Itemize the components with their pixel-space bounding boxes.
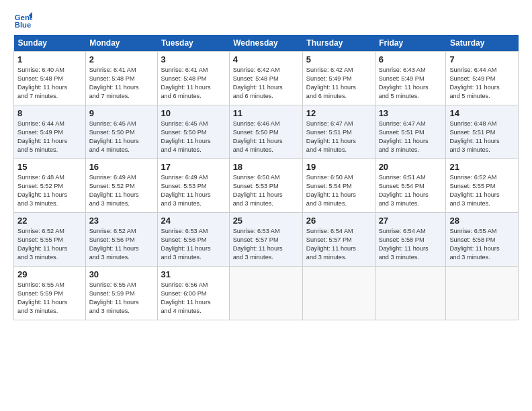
day-info: Sunrise: 6:53 AMSunset: 5:57 PMDaylight:… [233, 228, 283, 261]
day-info: Sunrise: 6:46 AMSunset: 5:50 PMDaylight:… [233, 120, 283, 153]
day-info: Sunrise: 6:43 AMSunset: 5:49 PMDaylight:… [379, 66, 429, 99]
day-number: 29 [17, 269, 82, 279]
day-number: 2 [89, 54, 154, 64]
calendar-cell [446, 267, 519, 320]
calendar-cell: 17Sunrise: 6:49 AMSunset: 5:53 PMDayligh… [157, 159, 229, 213]
day-number: 11 [233, 108, 299, 118]
day-number: 14 [449, 108, 515, 118]
calendar-table: SundayMondayTuesdayWednesdayThursdayFrid… [13, 35, 519, 320]
calendar-cell: 28Sunrise: 6:55 AMSunset: 5:58 PMDayligh… [446, 213, 519, 267]
day-number: 6 [379, 54, 443, 64]
calendar-cell [229, 267, 302, 320]
calendar-cell: 9Sunrise: 6:45 AMSunset: 5:50 PMDaylight… [85, 105, 157, 159]
calendar-cell: 12Sunrise: 6:47 AMSunset: 5:51 PMDayligh… [302, 105, 375, 159]
day-number: 30 [89, 269, 154, 279]
calendar-cell: 2Sunrise: 6:41 AMSunset: 5:48 PMDaylight… [85, 52, 157, 105]
day-info: Sunrise: 6:45 AMSunset: 5:50 PMDaylight:… [161, 120, 211, 153]
day-number: 17 [161, 162, 226, 172]
day-number: 23 [89, 216, 154, 226]
day-info: Sunrise: 6:55 AMSunset: 5:59 PMDaylight:… [17, 281, 67, 314]
calendar-cell: 31Sunrise: 6:56 AMSunset: 6:00 PMDayligh… [157, 267, 229, 320]
calendar-cell: 18Sunrise: 6:50 AMSunset: 5:53 PMDayligh… [229, 159, 302, 213]
day-number: 20 [379, 162, 443, 172]
day-number: 19 [306, 162, 371, 172]
calendar-cell: 25Sunrise: 6:53 AMSunset: 5:57 PMDayligh… [229, 213, 302, 267]
day-number: 24 [161, 216, 226, 226]
day-number: 5 [306, 54, 371, 64]
day-number: 16 [89, 162, 154, 172]
calendar-cell: 22Sunrise: 6:52 AMSunset: 5:55 PMDayligh… [14, 213, 86, 267]
calendar-row-1: 1Sunrise: 6:40 AMSunset: 5:48 PMDaylight… [14, 52, 519, 105]
day-number: 18 [233, 162, 299, 172]
column-header-thursday: Thursday [302, 35, 375, 52]
calendar-cell: 8Sunrise: 6:44 AMSunset: 5:49 PMDaylight… [14, 105, 86, 159]
day-info: Sunrise: 6:53 AMSunset: 5:56 PMDaylight:… [161, 228, 211, 261]
day-info: Sunrise: 6:47 AMSunset: 5:51 PMDaylight:… [379, 120, 429, 153]
day-info: Sunrise: 6:44 AMSunset: 5:49 PMDaylight:… [17, 120, 67, 153]
day-info: Sunrise: 6:42 AMSunset: 5:49 PMDaylight:… [306, 66, 356, 99]
calendar-cell: 13Sunrise: 6:47 AMSunset: 5:51 PMDayligh… [375, 105, 446, 159]
logo: General Blue [13, 11, 35, 30]
day-info: Sunrise: 6:55 AMSunset: 5:58 PMDaylight:… [449, 228, 499, 261]
day-number: 8 [17, 108, 82, 118]
day-number: 31 [161, 269, 226, 279]
calendar-row-5: 29Sunrise: 6:55 AMSunset: 5:59 PMDayligh… [14, 267, 519, 320]
day-number: 12 [306, 108, 371, 118]
calendar-cell: 4Sunrise: 6:42 AMSunset: 5:48 PMDaylight… [229, 52, 302, 105]
calendar-cell: 19Sunrise: 6:50 AMSunset: 5:54 PMDayligh… [302, 159, 375, 213]
day-info: Sunrise: 6:41 AMSunset: 5:48 PMDaylight:… [89, 66, 139, 99]
calendar-cell: 11Sunrise: 6:46 AMSunset: 5:50 PMDayligh… [229, 105, 302, 159]
day-number: 4 [233, 54, 299, 64]
day-info: Sunrise: 6:44 AMSunset: 5:49 PMDaylight:… [449, 66, 499, 99]
day-number: 21 [449, 162, 515, 172]
column-header-tuesday: Tuesday [157, 35, 229, 52]
day-info: Sunrise: 6:52 AMSunset: 5:56 PMDaylight:… [89, 228, 139, 261]
calendar-cell: 6Sunrise: 6:43 AMSunset: 5:49 PMDaylight… [375, 52, 446, 105]
calendar-cell: 24Sunrise: 6:53 AMSunset: 5:56 PMDayligh… [157, 213, 229, 267]
calendar-row-3: 15Sunrise: 6:48 AMSunset: 5:52 PMDayligh… [14, 159, 519, 213]
logo-icon: General Blue [13, 11, 32, 30]
day-info: Sunrise: 6:51 AMSunset: 5:54 PMDaylight:… [379, 174, 429, 207]
day-number: 25 [233, 216, 299, 226]
calendar-cell: 3Sunrise: 6:41 AMSunset: 5:48 PMDaylight… [157, 52, 229, 105]
day-info: Sunrise: 6:52 AMSunset: 5:55 PMDaylight:… [449, 174, 499, 207]
day-number: 7 [449, 54, 515, 64]
calendar-cell: 14Sunrise: 6:48 AMSunset: 5:51 PMDayligh… [446, 105, 519, 159]
calendar-row-2: 8Sunrise: 6:44 AMSunset: 5:49 PMDaylight… [14, 105, 519, 159]
day-info: Sunrise: 6:45 AMSunset: 5:50 PMDaylight:… [89, 120, 139, 153]
calendar-cell: 23Sunrise: 6:52 AMSunset: 5:56 PMDayligh… [85, 213, 157, 267]
column-header-monday: Monday [85, 35, 157, 52]
calendar-cell: 15Sunrise: 6:48 AMSunset: 5:52 PMDayligh… [14, 159, 86, 213]
column-header-saturday: Saturday [446, 35, 519, 52]
day-number: 27 [379, 216, 443, 226]
day-info: Sunrise: 6:55 AMSunset: 5:59 PMDaylight:… [89, 281, 139, 314]
calendar-cell: 16Sunrise: 6:49 AMSunset: 5:52 PMDayligh… [85, 159, 157, 213]
calendar-header-row: SundayMondayTuesdayWednesdayThursdayFrid… [14, 35, 519, 52]
day-number: 3 [161, 54, 226, 64]
day-number: 15 [17, 162, 82, 172]
day-number: 1 [17, 54, 82, 64]
calendar-row-4: 22Sunrise: 6:52 AMSunset: 5:55 PMDayligh… [14, 213, 519, 267]
day-info: Sunrise: 6:54 AMSunset: 5:57 PMDaylight:… [306, 228, 356, 261]
day-number: 28 [449, 216, 515, 226]
column-header-friday: Friday [375, 35, 446, 52]
day-info: Sunrise: 6:50 AMSunset: 5:53 PMDaylight:… [233, 174, 283, 207]
day-info: Sunrise: 6:42 AMSunset: 5:48 PMDaylight:… [233, 66, 283, 99]
calendar-cell [302, 267, 375, 320]
day-info: Sunrise: 6:50 AMSunset: 5:54 PMDaylight:… [306, 174, 356, 207]
day-info: Sunrise: 6:49 AMSunset: 5:53 PMDaylight:… [161, 174, 211, 207]
calendar-cell [375, 267, 446, 320]
day-info: Sunrise: 6:47 AMSunset: 5:51 PMDaylight:… [306, 120, 356, 153]
day-info: Sunrise: 6:56 AMSunset: 6:00 PMDaylight:… [161, 281, 211, 314]
day-info: Sunrise: 6:40 AMSunset: 5:48 PMDaylight:… [17, 66, 67, 99]
day-number: 9 [89, 108, 154, 118]
calendar-cell: 20Sunrise: 6:51 AMSunset: 5:54 PMDayligh… [375, 159, 446, 213]
day-info: Sunrise: 6:54 AMSunset: 5:58 PMDaylight:… [379, 228, 429, 261]
calendar-cell: 26Sunrise: 6:54 AMSunset: 5:57 PMDayligh… [302, 213, 375, 267]
calendar-cell: 1Sunrise: 6:40 AMSunset: 5:48 PMDaylight… [14, 52, 86, 105]
calendar-cell: 27Sunrise: 6:54 AMSunset: 5:58 PMDayligh… [375, 213, 446, 267]
day-info: Sunrise: 6:49 AMSunset: 5:52 PMDaylight:… [89, 174, 139, 207]
day-info: Sunrise: 6:48 AMSunset: 5:51 PMDaylight:… [449, 120, 499, 153]
calendar-cell: 7Sunrise: 6:44 AMSunset: 5:49 PMDaylight… [446, 52, 519, 105]
day-number: 26 [306, 216, 371, 226]
